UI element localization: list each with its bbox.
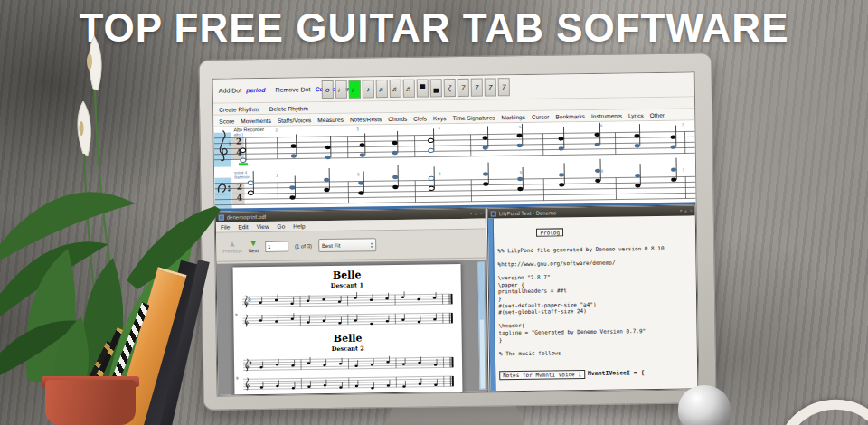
next-icon: ▼ (250, 240, 258, 247)
staff2-subname: Bassoon (234, 175, 250, 179)
system-number: 9 (235, 312, 237, 316)
half-note-button[interactable]: ♩ (335, 80, 347, 99)
sixteenth-note-button[interactable]: ♬ (376, 80, 388, 98)
pdf-scrollbar-thumb[interactable] (478, 263, 484, 320)
pdf-toolbar: ▲ Previous ▼ Next (1 of 3) Best Fit ▴ ▾ (216, 230, 486, 262)
menu-item[interactable]: Keys (433, 115, 447, 121)
eighth-note-button[interactable]: ♪ (363, 80, 374, 98)
prolog-button[interactable]: Prolog (536, 228, 563, 237)
delete-rhythm-button[interactable]: Delete Rhythm (269, 105, 308, 112)
page-number-input[interactable] (265, 241, 288, 251)
measure-number: 3 (357, 173, 360, 177)
measure-number: 7 (682, 167, 684, 172)
menu-item[interactable]: Go (278, 223, 286, 230)
measure-number: 7 (682, 122, 684, 127)
menu-item[interactable]: Bookmarks (555, 113, 585, 119)
maximize-icon[interactable]: ▴ (684, 208, 687, 212)
scene: TOP FREE GUITAR TAB SOFTWARE Add Dot per… (0, 0, 868, 425)
sixty-fourth-rest-button[interactable]: 7 (498, 78, 510, 96)
next-page-button[interactable]: ▼ Next (249, 240, 259, 254)
quarter-rest-button[interactable]: ζ (444, 79, 456, 97)
menu-item[interactable]: Staffs/Voices (278, 117, 312, 124)
menu-item[interactable]: View (257, 223, 269, 230)
music-system: 3 (233, 290, 461, 310)
pdf-window-buttons: ▾▴× (470, 212, 483, 216)
system-number: 9 (236, 375, 238, 380)
close-icon[interactable]: × (480, 212, 483, 216)
lilypond-scrollbar[interactable] (488, 218, 496, 391)
lilypond-text[interactable]: Prolog %% LilyPond file generated by Den… (497, 217, 697, 392)
pdf-viewer-window: denemoprint.pdf ▾▴× FileEditViewGoHelp ▲… (215, 208, 489, 396)
menu-item[interactable]: Cursor (532, 113, 550, 119)
menu-item[interactable]: Edit (238, 223, 248, 230)
voice-declaration: MvmntIVoiceI = { (588, 371, 645, 378)
flower-spadix (87, 53, 92, 70)
whole-rest-button[interactable]: ▀ (417, 79, 429, 97)
pdf-time-signature: 3 (249, 360, 252, 365)
pdf-document-area[interactable]: Belle Descant 1 3 9 Belle Descant 2 (216, 260, 487, 395)
add-dot-shortcut: period (246, 87, 265, 93)
measure-number: 4 (439, 171, 441, 175)
measure-number: 6 (600, 124, 603, 128)
menu-item[interactable]: Chords (388, 115, 407, 121)
code-line: % The music follows (499, 347, 695, 357)
pdf-scrollbar[interactable] (477, 262, 486, 390)
half-rest-button[interactable]: ▄ (430, 79, 442, 97)
maximize-icon[interactable]: ▴ (475, 212, 477, 216)
sixteenth-rest-button[interactable]: 7 (471, 79, 483, 97)
menu-item[interactable]: Instruments (591, 112, 622, 118)
menu-item[interactable]: Lyrics (628, 112, 644, 118)
menu-item[interactable]: Notes/Rests (350, 116, 382, 122)
zoom-select[interactable]: Best Fit ▴ ▾ (318, 238, 376, 252)
music-system: 9 (234, 373, 462, 392)
menu-item[interactable]: Markings (502, 113, 525, 119)
measure-number: 2 (276, 174, 278, 178)
staff1-time-signature: 24 (234, 136, 244, 157)
headphone-earcup (678, 385, 731, 425)
pdf-page: Belle Descant 1 3 9 Belle Descant 2 (233, 264, 464, 395)
remove-dot-button[interactable]: Remove Dot (275, 86, 310, 93)
zoom-stepper-icon[interactable]: ▴ ▾ (371, 241, 373, 248)
measure-number: 5 (520, 170, 523, 175)
eighth-rest-button[interactable]: 7 (458, 79, 469, 97)
measure-number: 5 (519, 125, 522, 129)
flower-spadix (80, 121, 84, 136)
pdf-time-signature: 3 (248, 297, 251, 302)
notes-section-button[interactable]: Notes for MvmntI Voice 1 (499, 371, 585, 381)
sixty-fourth-note-button[interactable]: ♬ (403, 80, 415, 98)
staff2-time-signature: 24 (234, 181, 244, 203)
lilypond-window-title: LilyPond Text - Denemo (499, 208, 677, 216)
monitor: Add Dot period Remove Dot Control-period… (198, 52, 716, 411)
close-icon[interactable]: × (690, 208, 693, 212)
lilypond-window-icon (491, 211, 496, 216)
menu-item[interactable]: Other (650, 111, 665, 118)
note-duration-buttons: o♩♩♪♬♬♬▀▄ζ7777 (322, 78, 510, 99)
menu-item[interactable]: Clefs (413, 115, 427, 121)
minimize-icon[interactable]: ▾ (470, 212, 473, 216)
page-count-label: (1 of 3) (295, 243, 312, 249)
flower-pot (45, 380, 136, 425)
lilypond-window-buttons: ▾▴× (680, 208, 693, 212)
whole-note-button[interactable]: o (322, 80, 334, 99)
menu-item[interactable]: Movements (241, 117, 271, 123)
music-system: 3 (234, 354, 462, 373)
headphone-band (770, 392, 868, 425)
measure-number: 6 (601, 169, 604, 174)
score-area[interactable]: Alto Recorder alto 1 234567 ♭ 24 voice 4… (213, 120, 695, 209)
menu-item[interactable]: Measures (317, 116, 344, 122)
measure-number: 4 (438, 126, 440, 130)
music-system: 9 (233, 309, 461, 329)
quarter-note-button[interactable]: ♩ (349, 80, 361, 98)
thirty-second-note-button[interactable]: ♬ (390, 80, 401, 98)
measure-number: 2 (275, 128, 278, 133)
score-canvas (213, 120, 697, 209)
minimize-icon[interactable]: ▾ (680, 209, 683, 213)
menu-item[interactable]: Help (293, 222, 305, 229)
screen: Add Dot period Remove Dot Control-period… (212, 71, 700, 396)
lilypond-body: Prolog %% LilyPond file generated by Den… (488, 215, 698, 391)
lilypond-window: LilyPond Text - Denemo ▾▴× Prolog %% Lil… (487, 204, 699, 392)
menu-item[interactable]: Time Signatures (452, 114, 495, 121)
measure-number: 3 (356, 128, 359, 132)
thirty-second-rest-button[interactable]: 7 (485, 78, 496, 96)
